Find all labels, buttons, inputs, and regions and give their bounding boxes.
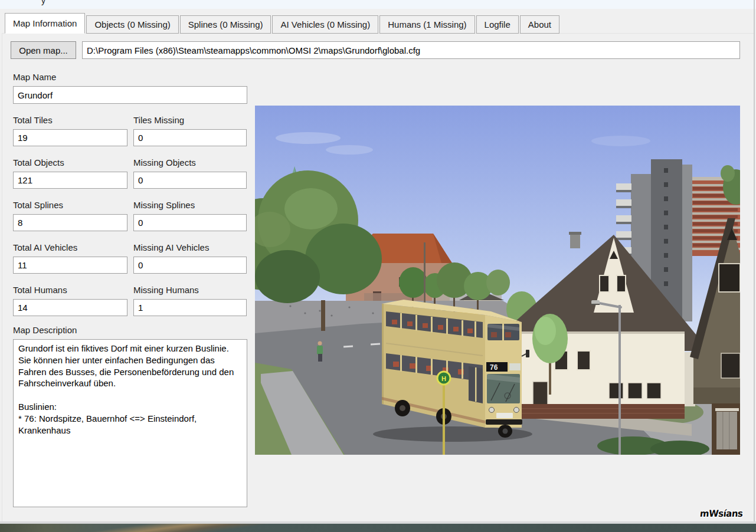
- tab-logfile[interactable]: Logfile: [476, 15, 519, 34]
- watermark: mWsíans: [699, 508, 743, 520]
- garage: [712, 403, 740, 455]
- tab-bar: Map Information Objects (0 Missing) Spli…: [5, 14, 561, 34]
- total-objects-label: Total Objects: [13, 157, 64, 168]
- total-splines-input[interactable]: [13, 214, 127, 231]
- missing-objects-input[interactable]: [133, 172, 247, 189]
- missing-ai-vehicles-input[interactable]: [133, 257, 247, 274]
- missing-ai-vehicles-label: Missing AI Vehicles: [133, 242, 209, 252]
- total-ai-vehicles-input[interactable]: [13, 257, 127, 274]
- window-right-edge: [754, 0, 755, 523]
- utility-pole: [424, 242, 426, 311]
- missing-objects-label: Missing Objects: [133, 157, 196, 168]
- tiles-missing-label: Tiles Missing: [133, 115, 184, 125]
- total-humans-label: Total Humans: [13, 285, 67, 295]
- map-name-label: Map Name: [13, 72, 56, 82]
- tab-splines[interactable]: Splines (0 Missing): [180, 15, 271, 34]
- titlebar: y: [0, 0, 756, 9]
- map-description-label: Map Description: [13, 325, 77, 335]
- bus-route-number: 76: [490, 363, 498, 372]
- total-splines-label: Total Splines: [13, 200, 63, 210]
- tab-map-information[interactable]: Map Information: [5, 13, 85, 34]
- tab-ai-vehicles[interactable]: AI Vehicles (0 Missing): [272, 15, 378, 34]
- bus-stop-h: H: [441, 375, 446, 382]
- missing-humans-label: Missing Humans: [133, 285, 199, 295]
- total-tiles-input[interactable]: [13, 129, 127, 146]
- app-window: { "window": { "title_fragment": "y", "wa…: [0, 0, 756, 532]
- map-preview-image: 76 H: [255, 106, 740, 455]
- bus-mirror: [526, 350, 529, 357]
- missing-splines-label: Missing Splines: [133, 200, 195, 210]
- titlebar-text-fragment: y: [41, 0, 45, 5]
- total-ai-vehicles-label: Total AI Vehicles: [13, 242, 77, 252]
- missing-humans-input[interactable]: [133, 299, 247, 316]
- total-humans-input[interactable]: [13, 299, 127, 316]
- map-name-input[interactable]: [13, 86, 247, 104]
- bus-destination-display: [509, 363, 521, 370]
- desktop-wallpaper-sliver: [0, 524, 756, 532]
- tab-objects[interactable]: Objects (0 Missing): [86, 15, 178, 34]
- missing-splines-input[interactable]: [133, 214, 247, 231]
- total-tiles-label: Total Tiles: [13, 115, 53, 125]
- map-preview-svg: 76 H: [255, 106, 740, 455]
- total-objects-input[interactable]: [13, 172, 127, 189]
- map-description-textarea[interactable]: Grundorf ist ein fiktives Dorf mit einer…: [13, 339, 247, 507]
- tab-humans[interactable]: Humans (1 Missing): [379, 15, 474, 34]
- map-path-input[interactable]: [82, 41, 740, 59]
- tiles-missing-input[interactable]: [133, 129, 247, 146]
- tab-about[interactable]: About: [520, 15, 559, 34]
- open-map-button[interactable]: Open map...: [11, 41, 76, 59]
